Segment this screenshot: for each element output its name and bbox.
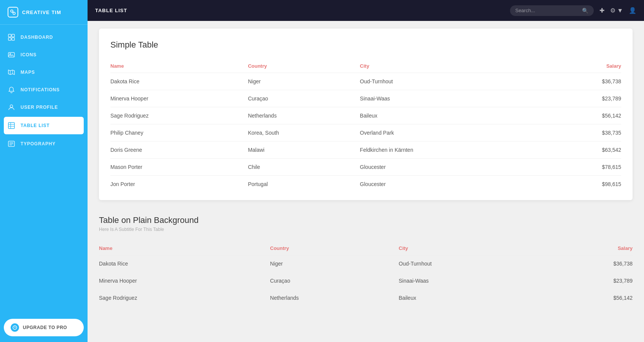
table-row: Sage Rodriguez Netherlands Baileux $56,1… [99,290,633,307]
cell-city: Oud-Turnhout [399,255,547,272]
cell-salary: $98,615 [552,176,621,193]
bell-icon [8,86,15,94]
upgrade-label: UPGRADE TO PRO [23,325,67,330]
svg-point-8 [10,54,11,55]
content-area: Simple Table Name Country City Salary Da… [88,21,644,342]
plain-table: Name Country City Salary Dakota Rice Nig… [99,242,633,306]
upgrade-button[interactable]: UPGRADE TO PRO [4,319,84,336]
cell-salary: $38,735 [552,124,621,142]
plain-table-title: Table on Plain Background [99,215,633,225]
cell-salary: $36,738 [546,255,633,272]
svg-rect-5 [8,38,11,40]
cell-name: Sage Rodriguez [99,290,270,307]
topbar-icons: ✚ ⚙ ▼ 👤 [599,7,636,14]
simple-table: Name Country City Salary Dakota Rice Nig… [110,59,621,192]
search-box: 🔍 [510,5,594,16]
sidebar-item-label: DASHBOARD [21,35,53,40]
cell-city: Baileux [399,290,547,307]
page-title: TABLE LIST [95,8,504,13]
cell-city: Baileux [360,107,552,124]
type-icon [8,140,15,148]
topbar-user-icon[interactable]: 👤 [629,7,636,14]
image-icon [8,51,15,59]
sidebar-footer: UPGRADE TO PRO [0,313,88,342]
sidebar-item-label: MAPS [21,70,35,75]
col-country: Country [270,242,399,255]
cell-country: Malawi [248,142,360,159]
cell-city: Gloucester [360,176,552,193]
col-country: Country [248,59,360,73]
table-row: Minerva Hooper Curaçao Sinaai-Waas $23,7… [110,90,621,107]
simple-table-title: Simple Table [110,40,621,50]
sidebar-item-typography[interactable]: TYPOGRAPHY [0,135,88,153]
brand-icon [8,7,18,17]
table-row: Minerva Hooper Curaçao Sinaai-Waas $23,7… [99,272,633,290]
settings-icon[interactable]: ⚙ ▼ [610,7,623,14]
user-icon [8,103,15,111]
cell-country: Niger [248,73,360,90]
cell-name: Sage Rodriguez [110,107,248,124]
map-icon [8,68,15,76]
cell-city: Sinaai-Waas [399,272,547,290]
sidebar-item-maps[interactable]: MAPS [0,64,88,81]
cell-country: Curaçao [270,272,399,290]
cell-country: Netherlands [270,290,399,307]
cell-city: Feldkirchen in Kärnten [360,142,552,159]
sidebar-nav: DASHBOARD ICONS MAPS [0,25,88,313]
sidebar-item-label: USER PROFILE [21,105,58,110]
table-row: Doris Greene Malawi Feldkirchen in Kärnt… [110,142,621,159]
sidebar-item-icons[interactable]: ICONS [0,46,88,64]
cell-name: Jon Porter [110,176,248,193]
svg-rect-3 [8,34,11,37]
cell-name: Mason Porter [110,159,248,176]
cell-salary: $23,789 [552,90,621,107]
svg-point-1 [13,12,15,14]
upgrade-icon [11,323,19,332]
svg-rect-6 [12,38,14,40]
sidebar-item-table-list[interactable]: TABLE LIST [4,117,84,134]
sidebar: CREATIVE TIM DASHBOARD [0,0,88,342]
grid-icon [8,33,15,41]
svg-point-11 [10,105,13,108]
cell-name: Minerva Hooper [110,90,248,107]
table-row: Mason Porter Chile Gloucester $78,615 [110,159,621,176]
plain-table-subtitle: Here Is A Subtitle For This Table [99,227,633,232]
cell-name: Dakota Rice [110,73,248,90]
col-city: City [360,59,552,73]
table-row: Jon Porter Portugal Gloucester $98,615 [110,176,621,193]
table-icon [8,122,15,129]
simple-table-card: Simple Table Name Country City Salary Da… [99,29,633,200]
table-row: Philip Chaney Korea, South Overland Park… [110,124,621,142]
svg-rect-12 [8,122,14,129]
cell-salary: $63,542 [552,142,621,159]
brand[interactable]: CREATIVE TIM [0,0,88,25]
search-input[interactable] [515,8,579,13]
cell-name: Philip Chaney [110,124,248,142]
col-city: City [399,242,547,255]
cell-salary: $56,142 [546,290,633,307]
cell-country: Curaçao [248,90,360,107]
sidebar-item-label: TABLE LIST [21,123,49,128]
cell-name: Minerva Hooper [99,272,270,290]
topbar: TABLE LIST 🔍 ✚ ⚙ ▼ 👤 [88,0,644,21]
cell-city: Oud-Turnhout [360,73,552,90]
cell-salary: $23,789 [546,272,633,290]
table-row: Dakota Rice Niger Oud-Turnhout $36,738 [110,73,621,90]
sidebar-item-label: TYPOGRAPHY [21,141,56,146]
plain-table-section: Table on Plain Background Here Is A Subt… [99,212,633,314]
brand-name: CREATIVE TIM [22,10,61,15]
sidebar-item-notifications[interactable]: NOTIFICATIONS [0,81,88,99]
table-row: Dakota Rice Niger Oud-Turnhout $36,738 [99,255,633,272]
col-salary: Salary [552,59,621,73]
cell-country: Chile [248,159,360,176]
main-area: TABLE LIST 🔍 ✚ ⚙ ▼ 👤 Simple Table Name C… [88,0,644,342]
sidebar-item-dashboard[interactable]: DASHBOARD [0,29,88,46]
cell-salary: $78,615 [552,159,621,176]
plus-icon[interactable]: ✚ [599,7,604,14]
cell-city: Overland Park [360,124,552,142]
cell-salary: $36,738 [552,73,621,90]
sidebar-item-user-profile[interactable]: USER PROFILE [0,99,88,116]
search-icon: 🔍 [582,8,588,14]
col-name: Name [99,242,270,255]
cell-city: Sinaai-Waas [360,90,552,107]
